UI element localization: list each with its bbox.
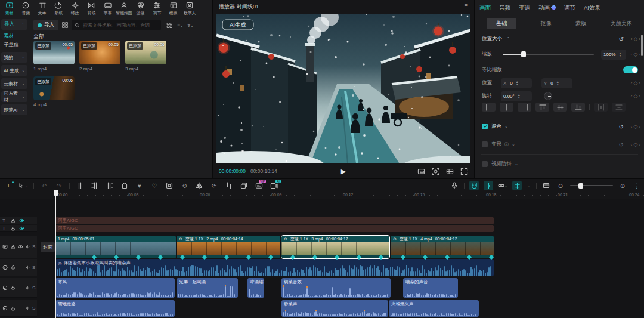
keyframe-markers[interactable] xyxy=(55,254,494,260)
material-library-icon[interactable] xyxy=(61,21,69,29)
voiceover-clip[interactable]: ◎伴随着集市小贩吆喝叫卖的嘈杂声 xyxy=(55,259,494,276)
split-button[interactable] xyxy=(75,181,85,190)
checkbox-icon[interactable] xyxy=(482,141,488,147)
category-captions[interactable]: 字幕 xyxy=(100,1,116,16)
sidebar-item-cloud[interactable]: 云素材⌄ xyxy=(1,78,27,89)
distribute-v-button[interactable] xyxy=(612,103,626,112)
solo-label[interactable]: S xyxy=(32,285,35,291)
timeline-ruler[interactable]: 00:00 00:03 00:06 00:09 00:12 00:15 00:1… xyxy=(0,192,644,199)
mute-icon[interactable] xyxy=(25,285,30,291)
keyframe-control[interactable]: ‹◇› xyxy=(631,36,640,42)
subtab-basic[interactable]: 基础 xyxy=(487,18,516,29)
audio-clip[interactable]: 切菜音效 xyxy=(281,278,391,298)
search-input[interactable] xyxy=(82,22,158,29)
tab-animation[interactable]: 动画 xyxy=(538,4,556,12)
main-track-magnet-button[interactable] xyxy=(469,181,479,190)
lock-icon[interactable] xyxy=(11,218,16,223)
category-effects[interactable]: 特效 xyxy=(67,1,83,16)
playhead-handle[interactable] xyxy=(54,190,58,196)
align-hcenter-button[interactable] xyxy=(500,103,513,112)
eye-icon[interactable] xyxy=(19,226,24,231)
align-top-button[interactable] xyxy=(535,103,549,112)
audio-clip[interactable]: 炒菜声 xyxy=(281,300,388,317)
align-vcenter-button[interactable] xyxy=(553,103,567,112)
lock-icon[interactable] xyxy=(11,285,16,290)
keyframe-control[interactable]: ‹◇› xyxy=(631,141,640,147)
eye-icon[interactable] xyxy=(19,218,24,223)
stepper-icon[interactable]: ▲▼ xyxy=(516,81,519,85)
tab-ai-effects[interactable]: AI效果 xyxy=(584,4,600,12)
reverse-button[interactable]: ⟲ xyxy=(179,181,189,190)
position-x-field[interactable]: X0▲▼ xyxy=(501,78,532,88)
timeline-zoom-slider[interactable] xyxy=(570,185,613,186)
crop-button[interactable] xyxy=(224,181,234,190)
zoom-in-button[interactable]: ⊕ xyxy=(618,181,627,190)
subtab-beauty[interactable]: 美颜美体 xyxy=(611,20,632,27)
audio-clip[interactable]: 寒风 xyxy=(55,278,175,298)
freeze-frame-button[interactable] xyxy=(165,181,174,190)
media-item-1[interactable]: 已添加 00:05 xyxy=(33,41,75,64)
player-menu-icon[interactable]: ≡ xyxy=(465,2,468,9)
more-options-button[interactable]: ⋮ xyxy=(632,181,642,190)
reset-icon[interactable]: ↺ xyxy=(619,141,624,148)
preview-zoom-icon[interactable] xyxy=(432,168,439,175)
sort-icon[interactable]: ≡⌄ xyxy=(177,22,183,28)
position-size-title[interactable]: 位置大小 ⌃ xyxy=(482,35,510,42)
text-clip[interactable]: 阿里AIGC xyxy=(55,217,494,224)
align-bottom-button[interactable] xyxy=(571,103,585,112)
tab-speed[interactable]: 变速 xyxy=(519,4,530,12)
filter-all-label[interactable]: 全部 xyxy=(33,33,44,41)
sidebar-item-mine[interactable]: 我的⌄ xyxy=(1,52,27,63)
category-text[interactable]: 文本 xyxy=(34,1,51,16)
video-preview[interactable]: AI生成 xyxy=(216,14,470,163)
keyframe-control[interactable]: ‹◇› xyxy=(631,93,640,99)
timeline-settings-button[interactable] xyxy=(541,181,551,190)
rotate-dial[interactable] xyxy=(544,92,552,100)
eye-icon[interactable] xyxy=(18,244,23,249)
mute-icon[interactable] xyxy=(25,265,30,270)
select-tool-button[interactable]: ⌄ xyxy=(18,181,28,190)
audio-clip[interactable]: 雪地走路 xyxy=(55,300,175,317)
solo-label[interactable]: S xyxy=(32,305,35,311)
sidebar-item-material[interactable]: 素材 xyxy=(0,32,29,41)
distribute-h-button[interactable] xyxy=(594,103,608,112)
play-button[interactable]: ▶ xyxy=(341,168,346,175)
checkbox-icon[interactable] xyxy=(482,161,488,167)
smart-subtitle-button[interactable]: VIP xyxy=(254,181,264,190)
preview-axis-button[interactable] xyxy=(512,181,522,190)
favorite-filled-icon[interactable]: ♥ xyxy=(135,181,144,190)
filter-icon[interactable]: ⩔⌄ xyxy=(187,22,193,29)
redo-button[interactable]: ↷ xyxy=(54,181,64,190)
scale-value-box[interactable]: 100%▲▼ xyxy=(601,50,626,60)
reset-icon[interactable]: ↺ xyxy=(619,124,624,130)
import-button[interactable]: 导入 xyxy=(33,20,58,30)
cover-button[interactable]: 封面 xyxy=(41,242,55,252)
mute-icon[interactable] xyxy=(25,305,30,311)
category-adjust[interactable]: 调节 xyxy=(149,1,166,16)
mirror-button[interactable] xyxy=(194,181,204,190)
audio-clip[interactable]: 嘈杂的声音 xyxy=(403,278,458,298)
tab-adjust[interactable]: 调节 xyxy=(564,4,575,12)
favorite-outline-icon[interactable]: ♡ xyxy=(150,181,159,190)
subtab-keying[interactable]: 抠像 xyxy=(541,20,552,27)
blend-toggle-row[interactable]: 混合⌄ xyxy=(482,123,508,130)
inspector-scrollbar[interactable] xyxy=(641,35,643,56)
media-item-2[interactable]: 已添加 00:05 xyxy=(79,41,120,64)
mirror-cast-icon[interactable] xyxy=(417,168,425,175)
uniform-scale-toggle[interactable] xyxy=(623,66,638,73)
sidebar-item-ai-generate[interactable]: AI 生成⌄ xyxy=(1,65,27,76)
category-filter[interactable]: 滤镜 xyxy=(132,1,149,16)
record-voiceover-button[interactable] xyxy=(450,181,459,190)
stepper-icon[interactable]: ▲▼ xyxy=(618,52,621,57)
audio-clip[interactable]: 兄弟一起喝酒 xyxy=(177,278,238,298)
media-item-3[interactable]: 已添加 00:06 xyxy=(125,41,166,64)
category-media[interactable]: 素材 xyxy=(1,1,18,16)
auto-snap-button[interactable] xyxy=(484,181,493,190)
slider-knob[interactable] xyxy=(521,51,526,57)
tab-audio[interactable]: 音频 xyxy=(499,4,510,12)
solo-label[interactable]: S xyxy=(32,244,35,249)
sidebar-item-official[interactable]: 官方素材⌄ xyxy=(1,91,27,102)
undo-button[interactable]: ↶ xyxy=(39,181,49,190)
tab-picture[interactable]: 画面 xyxy=(479,4,491,12)
smart-clip-button[interactable]: AI xyxy=(269,181,278,190)
